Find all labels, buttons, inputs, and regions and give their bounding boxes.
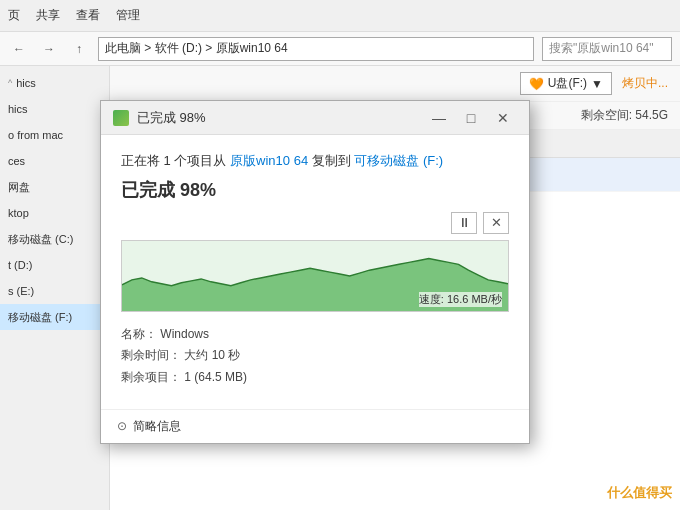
sidebar-label: t (D:): [8, 259, 32, 271]
sidebar: ^ hics hics o from mac ces 网盘 ktop 移动磁盘 …: [0, 66, 110, 510]
sidebar-item-hics2[interactable]: hics: [0, 96, 109, 122]
watermark: 什么值得买: [607, 484, 672, 502]
info-items-row: 剩余项目： 1 (64.5 MB): [121, 367, 509, 389]
menu-item-view[interactable]: 查看: [76, 7, 100, 24]
copy-description: 正在将 1 个项目从 原版win10 64 复制到 可移动磁盘 (F:): [121, 151, 509, 172]
dest-link[interactable]: 可移动磁盘 (F:): [354, 153, 443, 168]
footer-label: 简略信息: [133, 418, 181, 435]
sidebar-item-drive-f[interactable]: 移动磁盘 (F:): [0, 304, 109, 330]
progress-label: 已完成 98%: [121, 178, 509, 202]
info-name-value: Windows: [160, 327, 209, 341]
sidebar-label: 网盘: [8, 180, 30, 195]
search-placeholder: 搜索"原版win10 64": [549, 40, 654, 57]
menu-item-share[interactable]: 共享: [36, 7, 60, 24]
free-space-label: 剩余空间: 54.5G: [581, 107, 668, 124]
stop-button[interactable]: ✕: [483, 212, 509, 234]
copy-status-label: 烤贝中...: [622, 75, 668, 92]
minimize-button[interactable]: —: [425, 107, 453, 129]
content-toolbar: 🧡 U盘(F:) ▼ 烤贝中...: [110, 66, 680, 102]
search-box[interactable]: 搜索"原版win10 64": [542, 37, 672, 61]
dialog-info: 名称： Windows 剩余时间： 大约 10 秒 剩余项目： 1 (64.5 …: [121, 316, 509, 397]
sidebar-item-drive-c[interactable]: 移动磁盘 (C:): [0, 226, 109, 252]
dialog-titlebar: 已完成 98% — □ ✕: [101, 101, 529, 135]
sidebar-item-ces[interactable]: ces: [0, 148, 109, 174]
desc-text-2: 复制到: [308, 153, 354, 168]
sidebar-label: ces: [8, 155, 25, 167]
drive-button[interactable]: 🧡 U盘(F:) ▼: [520, 72, 612, 95]
dialog-body: 正在将 1 个项目从 原版win10 64 复制到 可移动磁盘 (F:) 已完成…: [101, 135, 529, 409]
drive-label: U盘(F:): [548, 75, 587, 92]
menu-item-page[interactable]: 页: [8, 7, 20, 24]
maximize-button[interactable]: □: [457, 107, 485, 129]
close-button[interactable]: ✕: [489, 107, 517, 129]
caret-icon: ^: [8, 78, 12, 88]
dialog-controls: — □ ✕: [425, 107, 517, 129]
sidebar-label: hics: [8, 103, 28, 115]
drive-icon: 🧡: [529, 77, 544, 91]
desc-text-1: 正在将 1 个项目从: [121, 153, 230, 168]
menu-bar: 页 共享 查看 管理: [0, 0, 680, 32]
breadcrumb[interactable]: 此电脑 > 软件 (D:) > 原版win10 64: [98, 37, 534, 61]
sidebar-item-from-mac[interactable]: o from mac: [0, 122, 109, 148]
copy-dialog: 已完成 98% — □ ✕ 正在将 1 个项目从 原版win10 64 复制到 …: [100, 100, 530, 444]
progress-chart: 速度: 16.6 MB/秒: [121, 240, 509, 312]
nav-forward[interactable]: →: [38, 38, 60, 60]
progress-controls: ⏸ ✕: [121, 212, 509, 234]
info-name-row: 名称： Windows: [121, 324, 509, 346]
address-bar: ← → ↑ 此电脑 > 软件 (D:) > 原版win10 64 搜索"原版wi…: [0, 32, 680, 66]
info-name-label: 名称：: [121, 327, 157, 341]
nav-up[interactable]: ↑: [68, 38, 90, 60]
sidebar-label: o from mac: [8, 129, 63, 141]
sidebar-label: 移动磁盘 (C:): [8, 232, 73, 247]
info-time-row: 剩余时间： 大约 10 秒: [121, 345, 509, 367]
sidebar-item-drive-d[interactable]: t (D:): [0, 252, 109, 278]
sidebar-item-drive-e[interactable]: s (E:): [0, 278, 109, 304]
info-items-value: 1 (64.5 MB): [184, 370, 247, 384]
info-time-value: 大约 10 秒: [184, 348, 240, 362]
chevron-down-icon: ▼: [591, 77, 603, 91]
dialog-footer[interactable]: ⊙ 简略信息: [101, 409, 529, 443]
sidebar-label: ktop: [8, 207, 29, 219]
sidebar-label: s (E:): [8, 285, 34, 297]
menu-item-manage[interactable]: 管理: [116, 7, 140, 24]
dialog-title-icon: [113, 110, 129, 126]
source-link[interactable]: 原版win10 64: [230, 153, 308, 168]
sidebar-label: 移动磁盘 (F:): [8, 310, 72, 325]
sidebar-item-wangpan[interactable]: 网盘: [0, 174, 109, 200]
sidebar-item-desktop[interactable]: ktop: [0, 200, 109, 226]
sidebar-label: hics: [16, 77, 36, 89]
sidebar-item-hics1[interactable]: ^ hics: [0, 70, 109, 96]
info-items-label: 剩余项目：: [121, 370, 181, 384]
dialog-title-text: 已完成 98%: [137, 109, 417, 127]
breadcrumb-text: 此电脑 > 软件 (D:) > 原版win10 64: [105, 40, 288, 57]
speed-label: 速度: 16.6 MB/秒: [419, 292, 502, 307]
nav-back[interactable]: ←: [8, 38, 30, 60]
info-time-label: 剩余时间：: [121, 348, 181, 362]
expand-icon: ⊙: [117, 419, 127, 433]
pause-button[interactable]: ⏸: [451, 212, 477, 234]
